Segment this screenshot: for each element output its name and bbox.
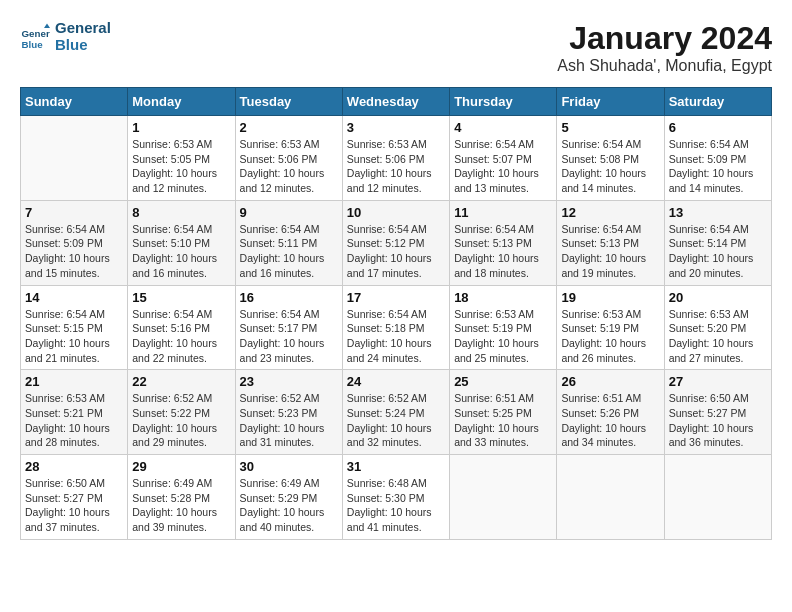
calendar-cell: [664, 455, 771, 540]
day-info: Sunrise: 6:50 AMSunset: 5:27 PMDaylight:…: [669, 391, 767, 450]
calendar-cell: 4 Sunrise: 6:54 AMSunset: 5:07 PMDayligh…: [450, 116, 557, 201]
day-info: Sunrise: 6:54 AMSunset: 5:15 PMDaylight:…: [25, 307, 123, 366]
day-info: Sunrise: 6:49 AMSunset: 5:28 PMDaylight:…: [132, 476, 230, 535]
week-row-4: 28 Sunrise: 6:50 AMSunset: 5:27 PMDaylig…: [21, 455, 772, 540]
day-info: Sunrise: 6:49 AMSunset: 5:29 PMDaylight:…: [240, 476, 338, 535]
title-section: January 2024 Ash Shuhada', Monufia, Egyp…: [557, 20, 772, 75]
day-info: Sunrise: 6:54 AMSunset: 5:13 PMDaylight:…: [561, 222, 659, 281]
calendar-cell: 8 Sunrise: 6:54 AMSunset: 5:10 PMDayligh…: [128, 200, 235, 285]
day-number: 21: [25, 374, 123, 389]
logo: General Blue General Blue: [20, 20, 111, 53]
day-info: Sunrise: 6:50 AMSunset: 5:27 PMDaylight:…: [25, 476, 123, 535]
day-number: 16: [240, 290, 338, 305]
calendar-table: Sunday Monday Tuesday Wednesday Thursday…: [20, 87, 772, 540]
logo-line1: General: [55, 20, 111, 37]
day-info: Sunrise: 6:54 AMSunset: 5:10 PMDaylight:…: [132, 222, 230, 281]
svg-marker-2: [44, 23, 50, 28]
day-number: 15: [132, 290, 230, 305]
calendar-cell: 24 Sunrise: 6:52 AMSunset: 5:24 PMDaylig…: [342, 370, 449, 455]
header-monday: Monday: [128, 88, 235, 116]
calendar-cell: 31 Sunrise: 6:48 AMSunset: 5:30 PMDaylig…: [342, 455, 449, 540]
day-info: Sunrise: 6:53 AMSunset: 5:06 PMDaylight:…: [347, 137, 445, 196]
day-number: 11: [454, 205, 552, 220]
day-info: Sunrise: 6:53 AMSunset: 5:20 PMDaylight:…: [669, 307, 767, 366]
calendar-cell: 23 Sunrise: 6:52 AMSunset: 5:23 PMDaylig…: [235, 370, 342, 455]
svg-text:General: General: [22, 28, 51, 39]
calendar-title: January 2024: [557, 20, 772, 57]
calendar-cell: 12 Sunrise: 6:54 AMSunset: 5:13 PMDaylig…: [557, 200, 664, 285]
calendar-cell: [557, 455, 664, 540]
day-info: Sunrise: 6:48 AMSunset: 5:30 PMDaylight:…: [347, 476, 445, 535]
day-info: Sunrise: 6:54 AMSunset: 5:07 PMDaylight:…: [454, 137, 552, 196]
day-number: 17: [347, 290, 445, 305]
day-number: 5: [561, 120, 659, 135]
day-info: Sunrise: 6:53 AMSunset: 5:19 PMDaylight:…: [454, 307, 552, 366]
day-number: 9: [240, 205, 338, 220]
svg-text:Blue: Blue: [22, 39, 44, 50]
calendar-cell: [21, 116, 128, 201]
day-info: Sunrise: 6:52 AMSunset: 5:23 PMDaylight:…: [240, 391, 338, 450]
week-row-2: 14 Sunrise: 6:54 AMSunset: 5:15 PMDaylig…: [21, 285, 772, 370]
calendar-cell: 2 Sunrise: 6:53 AMSunset: 5:06 PMDayligh…: [235, 116, 342, 201]
day-number: 1: [132, 120, 230, 135]
header-saturday: Saturday: [664, 88, 771, 116]
day-info: Sunrise: 6:54 AMSunset: 5:17 PMDaylight:…: [240, 307, 338, 366]
calendar-cell: 7 Sunrise: 6:54 AMSunset: 5:09 PMDayligh…: [21, 200, 128, 285]
day-info: Sunrise: 6:53 AMSunset: 5:21 PMDaylight:…: [25, 391, 123, 450]
calendar-cell: 5 Sunrise: 6:54 AMSunset: 5:08 PMDayligh…: [557, 116, 664, 201]
day-info: Sunrise: 6:54 AMSunset: 5:09 PMDaylight:…: [669, 137, 767, 196]
day-info: Sunrise: 6:51 AMSunset: 5:26 PMDaylight:…: [561, 391, 659, 450]
calendar-cell: 27 Sunrise: 6:50 AMSunset: 5:27 PMDaylig…: [664, 370, 771, 455]
header-thursday: Thursday: [450, 88, 557, 116]
day-info: Sunrise: 6:54 AMSunset: 5:08 PMDaylight:…: [561, 137, 659, 196]
day-number: 31: [347, 459, 445, 474]
day-info: Sunrise: 6:52 AMSunset: 5:22 PMDaylight:…: [132, 391, 230, 450]
logo-line2: Blue: [55, 37, 111, 54]
day-info: Sunrise: 6:53 AMSunset: 5:05 PMDaylight:…: [132, 137, 230, 196]
calendar-cell: 18 Sunrise: 6:53 AMSunset: 5:19 PMDaylig…: [450, 285, 557, 370]
calendar-cell: 26 Sunrise: 6:51 AMSunset: 5:26 PMDaylig…: [557, 370, 664, 455]
calendar-cell: 9 Sunrise: 6:54 AMSunset: 5:11 PMDayligh…: [235, 200, 342, 285]
day-number: 7: [25, 205, 123, 220]
calendar-cell: 19 Sunrise: 6:53 AMSunset: 5:19 PMDaylig…: [557, 285, 664, 370]
day-info: Sunrise: 6:54 AMSunset: 5:09 PMDaylight:…: [25, 222, 123, 281]
day-info: Sunrise: 6:53 AMSunset: 5:06 PMDaylight:…: [240, 137, 338, 196]
day-number: 8: [132, 205, 230, 220]
header-wednesday: Wednesday: [342, 88, 449, 116]
header-friday: Friday: [557, 88, 664, 116]
day-number: 19: [561, 290, 659, 305]
week-row-0: 1 Sunrise: 6:53 AMSunset: 5:05 PMDayligh…: [21, 116, 772, 201]
day-number: 6: [669, 120, 767, 135]
day-number: 20: [669, 290, 767, 305]
calendar-cell: 11 Sunrise: 6:54 AMSunset: 5:13 PMDaylig…: [450, 200, 557, 285]
header-row: Sunday Monday Tuesday Wednesday Thursday…: [21, 88, 772, 116]
day-info: Sunrise: 6:53 AMSunset: 5:19 PMDaylight:…: [561, 307, 659, 366]
calendar-subtitle: Ash Shuhada', Monufia, Egypt: [557, 57, 772, 75]
day-number: 28: [25, 459, 123, 474]
week-row-1: 7 Sunrise: 6:54 AMSunset: 5:09 PMDayligh…: [21, 200, 772, 285]
day-number: 13: [669, 205, 767, 220]
calendar-cell: 30 Sunrise: 6:49 AMSunset: 5:29 PMDaylig…: [235, 455, 342, 540]
day-number: 22: [132, 374, 230, 389]
day-info: Sunrise: 6:52 AMSunset: 5:24 PMDaylight:…: [347, 391, 445, 450]
calendar-cell: [450, 455, 557, 540]
calendar-cell: 10 Sunrise: 6:54 AMSunset: 5:12 PMDaylig…: [342, 200, 449, 285]
calendar-cell: 14 Sunrise: 6:54 AMSunset: 5:15 PMDaylig…: [21, 285, 128, 370]
week-row-3: 21 Sunrise: 6:53 AMSunset: 5:21 PMDaylig…: [21, 370, 772, 455]
calendar-cell: 25 Sunrise: 6:51 AMSunset: 5:25 PMDaylig…: [450, 370, 557, 455]
header-sunday: Sunday: [21, 88, 128, 116]
logo-icon: General Blue: [20, 22, 50, 52]
calendar-cell: 17 Sunrise: 6:54 AMSunset: 5:18 PMDaylig…: [342, 285, 449, 370]
day-number: 24: [347, 374, 445, 389]
calendar-cell: 1 Sunrise: 6:53 AMSunset: 5:05 PMDayligh…: [128, 116, 235, 201]
day-number: 25: [454, 374, 552, 389]
day-number: 14: [25, 290, 123, 305]
day-info: Sunrise: 6:54 AMSunset: 5:12 PMDaylight:…: [347, 222, 445, 281]
day-info: Sunrise: 6:54 AMSunset: 5:11 PMDaylight:…: [240, 222, 338, 281]
day-number: 27: [669, 374, 767, 389]
calendar-cell: 6 Sunrise: 6:54 AMSunset: 5:09 PMDayligh…: [664, 116, 771, 201]
day-number: 3: [347, 120, 445, 135]
calendar-cell: 21 Sunrise: 6:53 AMSunset: 5:21 PMDaylig…: [21, 370, 128, 455]
calendar-cell: 16 Sunrise: 6:54 AMSunset: 5:17 PMDaylig…: [235, 285, 342, 370]
day-number: 26: [561, 374, 659, 389]
